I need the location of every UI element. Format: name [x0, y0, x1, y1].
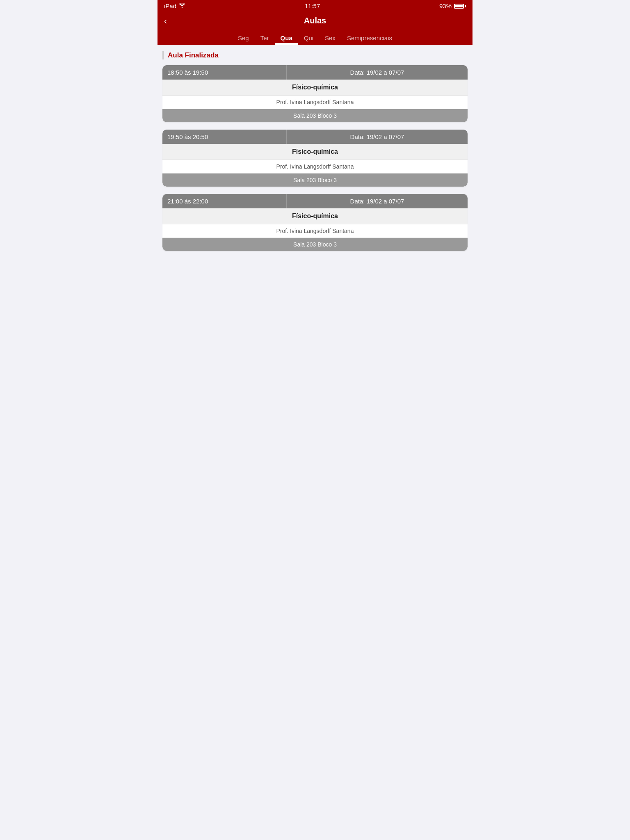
- page-title: Aulas: [178, 16, 452, 30]
- back-button[interactable]: ‹: [164, 16, 167, 27]
- tab-ter[interactable]: Ter: [255, 30, 275, 45]
- card-room-1: Sala 203 Bloco 3: [162, 173, 468, 187]
- battery-percent: 93%: [439, 2, 452, 9]
- tab-qua[interactable]: Qua: [275, 30, 298, 45]
- main-content: Aula Finalizada 18:50 às 19:50 Data: 19/…: [158, 45, 472, 265]
- tab-qui[interactable]: Qui: [298, 30, 319, 45]
- card-date-2: Data: 19/02 a 07/07: [287, 194, 468, 208]
- nav-bar: ‹ Aulas: [158, 12, 472, 30]
- card-header-2: 21:00 às 22:00 Data: 19/02 a 07/07: [162, 194, 468, 208]
- carrier-label: iPad: [164, 2, 176, 9]
- card-header-1: 19:50 às 20:50 Data: 19/02 a 07/07: [162, 130, 468, 144]
- tab-bar: SegTerQuaQuiSexSemipresenciais: [158, 30, 472, 45]
- card-subject-0: Físico-química: [162, 80, 468, 96]
- tab-semi[interactable]: Semipresenciais: [341, 30, 398, 45]
- section-divider: [162, 51, 164, 59]
- classes-list: 18:50 às 19:50 Data: 19/02 a 07/07 Físic…: [162, 65, 468, 251]
- card-professor-1: Prof. Ivina Langsdorff Santana: [162, 160, 468, 173]
- card-time-0: 18:50 às 19:50: [162, 65, 287, 80]
- card-professor-2: Prof. Ivina Langsdorff Santana: [162, 224, 468, 238]
- status-right: 93%: [439, 2, 466, 9]
- card-room-0: Sala 203 Bloco 3: [162, 109, 468, 122]
- tab-seg[interactable]: Seg: [232, 30, 255, 45]
- status-left: iPad: [164, 2, 185, 9]
- card-time-2: 21:00 às 22:00: [162, 194, 287, 208]
- card-room-2: Sala 203 Bloco 3: [162, 238, 468, 251]
- card-date-0: Data: 19/02 a 07/07: [287, 65, 468, 80]
- class-card-0: 18:50 às 19:50 Data: 19/02 a 07/07 Físic…: [162, 65, 468, 122]
- card-professor-0: Prof. Ivina Langsdorff Santana: [162, 96, 468, 109]
- card-subject-2: Físico-química: [162, 208, 468, 224]
- card-header-0: 18:50 às 19:50 Data: 19/02 a 07/07: [162, 65, 468, 80]
- battery-icon: [454, 4, 466, 9]
- wifi-icon: [179, 3, 185, 9]
- card-subject-1: Físico-química: [162, 144, 468, 160]
- status-bar: iPad 11:57 93%: [158, 0, 472, 12]
- section-header: Aula Finalizada: [162, 51, 468, 59]
- class-card-2: 21:00 às 22:00 Data: 19/02 a 07/07 Físic…: [162, 194, 468, 251]
- class-card-1: 19:50 às 20:50 Data: 19/02 a 07/07 Físic…: [162, 130, 468, 187]
- time-display: 11:57: [305, 2, 320, 9]
- tab-sex[interactable]: Sex: [319, 30, 341, 45]
- card-time-1: 19:50 às 20:50: [162, 130, 287, 144]
- card-date-1: Data: 19/02 a 07/07: [287, 130, 468, 144]
- section-title: Aula Finalizada: [168, 51, 219, 59]
